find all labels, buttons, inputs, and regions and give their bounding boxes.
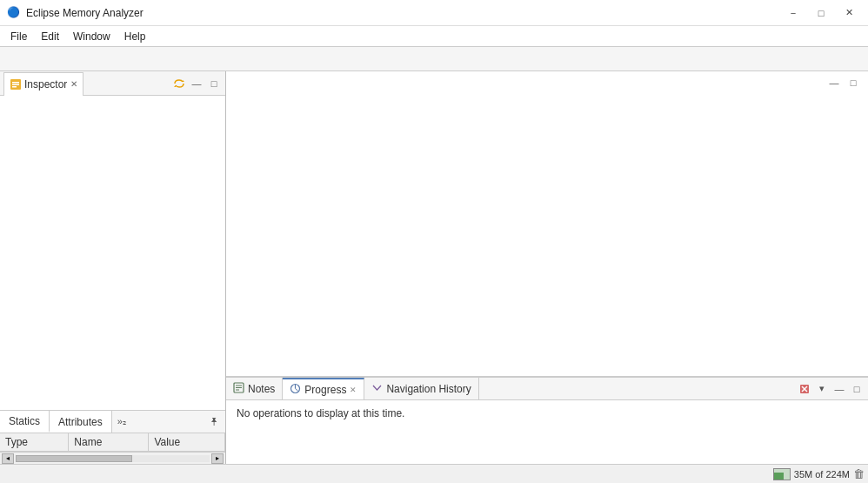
inspector-tab-close[interactable]: ✕ (70, 79, 77, 89)
scroll-thumb[interactable] (16, 455, 132, 462)
sync-button[interactable] (171, 76, 187, 91)
main-area: Inspector ✕ — □ (0, 71, 868, 464)
col-name: Name (69, 433, 149, 452)
navigation-history-icon (371, 382, 383, 396)
svg-rect-1 (12, 82, 19, 84)
right-maximize-button[interactable]: □ (845, 75, 861, 91)
app-title: Eclipse Memory Analyzer (26, 7, 781, 19)
right-minimize-button[interactable]: — (826, 75, 842, 91)
bottom-panel-tab-bar: Notes Progress ✕ (226, 378, 868, 400)
memory-bar-fill (774, 473, 784, 479)
inspector-table: Type Name Value (0, 433, 225, 452)
statics-tab[interactable]: Statics (0, 411, 50, 433)
bottom-panel-maximize[interactable]: □ (849, 381, 865, 397)
inspector-tab-label: Inspector (24, 78, 67, 91)
progress-tab-label: Progress (304, 384, 346, 396)
menu-window[interactable]: Window (66, 29, 117, 44)
inspector-tab-actions: — □ (171, 76, 222, 91)
navigation-history-tab-label: Navigation History (386, 383, 471, 395)
memory-bar (773, 468, 791, 480)
menu-edit[interactable]: Edit (34, 29, 66, 44)
panel-maximize-button[interactable]: □ (206, 76, 222, 91)
inspector-tab-bar: Inspector ✕ — □ (0, 71, 225, 96)
close-button[interactable]: ✕ (837, 3, 861, 23)
svg-rect-2 (12, 84, 19, 85)
maximize-button[interactable]: □ (809, 3, 833, 23)
col-type: Type (0, 433, 69, 452)
progress-icon (290, 383, 301, 397)
bottom-panel: Notes Progress ✕ (226, 377, 868, 464)
statics-attributes-tab-bar: Statics Attributes »₂ 🖈 (0, 411, 225, 433)
progress-tab[interactable]: Progress ✕ (283, 378, 364, 399)
col-value: Value (149, 433, 225, 452)
status-bar: 35M of 224M 🗑 (0, 464, 868, 483)
no-operations-message: No operations to display at this time. (237, 407, 404, 419)
toolbar (0, 47, 868, 71)
horizontal-scrollbar[interactable]: ◂ ▸ (0, 452, 225, 464)
notes-icon (233, 382, 244, 396)
menu-file[interactable]: File (3, 29, 34, 44)
app-icon: 🔵 (7, 6, 21, 20)
left-bottom-tabs: Statics Attributes »₂ 🖈 Type Name Value (0, 410, 225, 452)
progress-tab-close[interactable]: ✕ (350, 386, 357, 394)
svg-rect-3 (12, 86, 17, 88)
title-bar: 🔵 Eclipse Memory Analyzer − □ ✕ (0, 0, 868, 26)
navigation-history-tab[interactable]: Navigation History (364, 378, 478, 399)
inspector-tab[interactable]: Inspector ✕ (3, 72, 83, 96)
tab-pin-button[interactable]: 🖈 (204, 413, 225, 430)
minimize-button[interactable]: − (781, 3, 805, 23)
run-gc-button[interactable]: 🗑 (853, 467, 865, 480)
panel-minimize-button[interactable]: — (189, 76, 204, 91)
window-controls: − □ ✕ (781, 3, 861, 23)
bottom-panel-content: No operations to display at this time. (226, 400, 868, 464)
menu-help[interactable]: Help (117, 29, 153, 44)
inspector-content (0, 96, 225, 410)
memory-label: 35M of 224M (794, 469, 850, 480)
inspector-tab-icon (10, 78, 22, 91)
notes-tab[interactable]: Notes (226, 378, 283, 399)
notes-tab-label: Notes (248, 383, 275, 395)
inspector-panel: Inspector ✕ — □ (0, 71, 226, 464)
right-panel: — □ Notes (226, 71, 868, 464)
bottom-panel-dropdown[interactable]: ▾ (814, 381, 830, 397)
scroll-right-arrow[interactable]: ▸ (211, 453, 224, 464)
bottom-panel-minimize[interactable]: — (831, 381, 847, 397)
scroll-left-arrow[interactable]: ◂ (2, 453, 14, 464)
memory-status: 35M of 224M 🗑 (773, 467, 865, 480)
main-editor-area: — □ (226, 71, 868, 377)
scroll-track[interactable] (16, 455, 210, 462)
attributes-tab-label: Attributes (58, 416, 103, 428)
svg-marker-5 (174, 85, 176, 87)
menu-bar: File Edit Window Help (0, 26, 868, 47)
statics-tab-label: Statics (9, 415, 40, 427)
stop-operations-button[interactable] (797, 381, 812, 397)
right-top-controls: — □ (826, 75, 861, 91)
svg-marker-4 (183, 80, 184, 82)
sync-icon (173, 77, 185, 90)
tab-overflow-button[interactable]: »₂ (112, 414, 131, 429)
bottom-panel-actions: ▾ — □ (797, 381, 868, 397)
attributes-tab[interactable]: Attributes (50, 411, 112, 433)
